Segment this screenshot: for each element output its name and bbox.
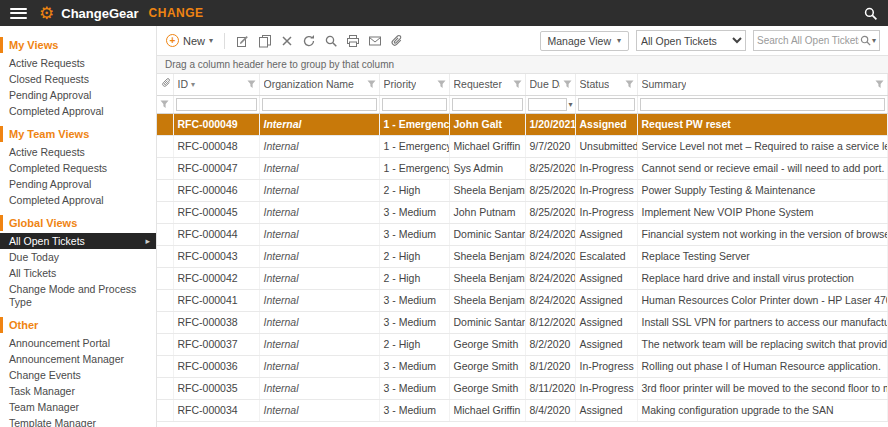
attachment-cell	[157, 201, 173, 223]
delete-icon[interactable]	[277, 32, 297, 50]
filter-funnel-icon[interactable]	[875, 80, 884, 89]
summary-cell: Cannot send or recieve email - will need…	[637, 157, 888, 179]
copy-icon[interactable]	[255, 32, 275, 50]
requester-cell: Dominic Santaro	[449, 311, 525, 333]
ticket-row[interactable]: RFC-000048 Internal 1 - Emergency Michae…	[157, 135, 888, 157]
column-header-status[interactable]: Status	[575, 74, 637, 95]
manage-view-button[interactable]: Manage View ▾	[540, 31, 629, 51]
priority-cell: 3 - Medium	[379, 355, 449, 377]
filter-funnel-icon[interactable]	[563, 80, 572, 89]
sidebar-item-template-manager[interactable]: Template Manager	[0, 415, 156, 427]
filter-input-org[interactable]	[262, 98, 377, 111]
refresh-icon[interactable]	[299, 32, 319, 50]
sidebar-item-change-events[interactable]: Change Events	[0, 367, 156, 383]
global-search-icon[interactable]	[863, 6, 878, 21]
attachment-column-header[interactable]	[157, 74, 173, 95]
group-by-bar[interactable]: Drag a column header here to group by th…	[157, 55, 888, 74]
ticket-row[interactable]: RFC-000038 Internal 3 - Medium Dominic S…	[157, 311, 888, 333]
ticket-row[interactable]: RFC-000037 Internal 2 - High George Smit…	[157, 333, 888, 355]
sidebar-item-all-tickets[interactable]: All Tickets	[0, 265, 156, 281]
sidebar-item-label: Due Today	[9, 251, 59, 264]
view-select[interactable]: All Open Tickets	[636, 30, 746, 51]
ticket-row[interactable]: RFC-000049 Internal 1 - Emergency John G…	[157, 113, 888, 135]
sidebar-item-completed-requests[interactable]: Completed Requests	[0, 160, 156, 176]
sidebar-item-team-manager[interactable]: Team Manager	[0, 399, 156, 415]
sidebar-item-closed-requests[interactable]: Closed Requests	[0, 71, 156, 87]
filter-funnel-icon[interactable]	[247, 80, 256, 89]
ticket-row[interactable]: RFC-000034 Internal 3 - Medium Michael G…	[157, 399, 888, 421]
search-icon[interactable]	[321, 32, 341, 50]
filter-input-status[interactable]	[578, 98, 635, 111]
due-date-filter-caret-icon[interactable]: ▾	[568, 100, 572, 109]
status-cell: In-Progress	[575, 377, 637, 399]
filter-cell-summary	[637, 95, 888, 113]
filter-input-priority[interactable]	[382, 98, 447, 111]
status-cell: In-Progress	[575, 157, 637, 179]
filter-cell-attach	[157, 95, 173, 113]
email-icon[interactable]	[365, 32, 385, 50]
filter-funnel-icon[interactable]	[159, 100, 171, 109]
filter-funnel-icon[interactable]	[625, 80, 634, 89]
priority-cell: 2 - High	[379, 333, 449, 355]
sidebar-item-task-manager[interactable]: Task Manager	[0, 383, 156, 399]
status-cell: Escalated	[575, 245, 637, 267]
ticket-row[interactable]: RFC-000041 Internal 3 - Medium Sheela Be…	[157, 289, 888, 311]
grid-search-icon[interactable]	[859, 34, 872, 47]
sidebar-item-active-requests[interactable]: Active Requests	[0, 144, 156, 160]
sidebar-item-announcement-manager[interactable]: Announcement Manager	[0, 351, 156, 367]
grid-search-caret-icon[interactable]: ▾	[872, 36, 876, 45]
sidebar-item-change-mode-and-process-type[interactable]: Change Mode and Process Type	[0, 281, 156, 310]
filter-input-summary[interactable]	[640, 98, 886, 111]
toolbar-icons	[233, 32, 407, 50]
requester-cell: Sheela Benjamin	[449, 267, 525, 289]
sidebar-item-label: Active Requests	[9, 146, 85, 159]
ticket-row[interactable]: RFC-000045 Internal 3 - Medium John Putn…	[157, 201, 888, 223]
print-icon[interactable]	[343, 32, 363, 50]
requester-cell: John Galt	[449, 113, 525, 135]
summary-cell: Power Supply Testing & Maintenance	[637, 179, 888, 201]
hamburger-menu-icon[interactable]	[10, 8, 27, 19]
filter-funnel-icon[interactable]	[367, 80, 376, 89]
ticket-row[interactable]: RFC-000044 Internal 3 - Medium Dominic S…	[157, 223, 888, 245]
column-header-org[interactable]: Organization Name	[259, 74, 379, 95]
ticket-row[interactable]: RFC-000042 Internal 2 - High Sheela Benj…	[157, 267, 888, 289]
column-header-summary[interactable]: Summary	[637, 74, 888, 95]
filter-funnel-icon[interactable]	[513, 80, 522, 89]
new-ticket-button[interactable]: + New ▾	[163, 32, 216, 49]
column-header-due[interactable]: Due Date	[525, 74, 575, 95]
sidebar-section: Other Announcement Portal Announcement M…	[0, 317, 156, 427]
sidebar-section-title: My Team Views	[0, 126, 156, 142]
attach-icon[interactable]	[387, 32, 407, 50]
sidebar-item-announcement-portal[interactable]: Announcement Portal	[0, 335, 156, 351]
requester-cell: George Smith	[449, 377, 525, 399]
compose-icon[interactable]	[233, 32, 253, 50]
ticket-row[interactable]: RFC-000036 Internal 3 - Medium George Sm…	[157, 355, 888, 377]
column-header-requester[interactable]: Requester	[449, 74, 525, 95]
sidebar-item-due-today[interactable]: Due Today	[0, 249, 156, 265]
ticket-row[interactable]: RFC-000035 Internal 3 - Medium George Sm…	[157, 377, 888, 399]
sidebar-item-all-open-tickets[interactable]: All Open Tickets ▸	[0, 233, 156, 249]
sidebar-item-label: Change Events	[9, 369, 81, 382]
summary-cell: Financial system not working in the vers…	[637, 223, 888, 245]
sidebar-item-pending-approval[interactable]: Pending Approval	[0, 87, 156, 103]
ticket-row[interactable]: RFC-000047 Internal 1 - Emergency Sys Ad…	[157, 157, 888, 179]
filter-input-due[interactable]	[528, 98, 568, 111]
requester-cell: Dominic Santaro	[449, 223, 525, 245]
sidebar-item-active-requests[interactable]: Active Requests	[0, 55, 156, 71]
organization-cell: Internal	[259, 245, 379, 267]
grid-search-input[interactable]	[757, 35, 859, 46]
column-header-priority[interactable]: Priority	[379, 74, 449, 95]
new-dropdown-caret-icon[interactable]: ▾	[209, 36, 213, 45]
ticket-table-body: RFC-000049 Internal 1 - Emergency John G…	[157, 113, 888, 421]
filter-input-id[interactable]	[176, 98, 257, 111]
ticket-row[interactable]: RFC-000046 Internal 2 - High Sheela Benj…	[157, 179, 888, 201]
column-header-id[interactable]: ID ▾	[173, 74, 259, 95]
sidebar-item-pending-approval[interactable]: Pending Approval	[0, 176, 156, 192]
sidebar-item-completed-approval[interactable]: Completed Approval	[0, 192, 156, 208]
filter-input-requester[interactable]	[452, 98, 523, 111]
filter-funnel-icon[interactable]	[437, 80, 446, 89]
manage-view-caret-icon: ▾	[617, 36, 621, 45]
sidebar-item-completed-approval[interactable]: Completed Approval	[0, 103, 156, 119]
ticket-row[interactable]: RFC-000043 Internal 2 - High Sheela Benj…	[157, 245, 888, 267]
priority-cell: 3 - Medium	[379, 289, 449, 311]
